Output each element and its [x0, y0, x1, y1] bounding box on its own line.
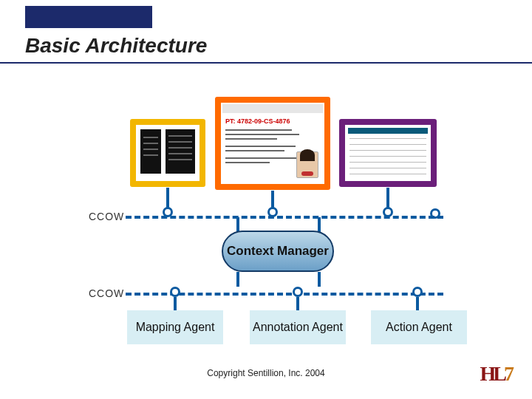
annotation-agent-label: Annotation Agent — [253, 321, 343, 334]
hl7-logo: HL7 — [480, 362, 511, 386]
patient-photo-icon — [296, 151, 318, 178]
ccow-bus-label-bottom: CCOW — [89, 287, 124, 299]
action-agent-node: Action Agent — [371, 310, 467, 344]
connector-ring-icon — [170, 287, 180, 297]
connector-stem — [296, 297, 299, 310]
app-emr-content: PT: 4782-09-CS-4876 — [221, 103, 324, 184]
mapping-agent-label: Mapping Agent — [136, 321, 215, 334]
header-accent-bar — [25, 6, 152, 28]
emr-patient-id: PT: 4782-09-CS-4876 — [225, 117, 290, 125]
copyright-footer: Copyright Sentillion, Inc. 2004 — [0, 368, 532, 378]
connector-stem — [236, 272, 239, 287]
connector-ring-icon — [412, 287, 423, 297]
connector-ring-icon — [293, 287, 303, 297]
app-results-content — [345, 125, 431, 181]
page-title: Basic Architecture — [25, 34, 207, 58]
connector-stem — [236, 217, 239, 232]
connector-stem — [318, 272, 321, 287]
app-panel-emr: PT: 4782-09-CS-4876 — [215, 97, 330, 190]
connector-stem — [174, 297, 177, 310]
context-manager-node: Context Manager — [222, 231, 334, 272]
ccow-bus-top — [126, 216, 443, 219]
action-agent-label: Action Agent — [386, 321, 452, 334]
title-underline — [0, 62, 532, 64]
app-panel-imaging — [130, 119, 205, 187]
ccow-bus-label-top: CCOW — [89, 211, 124, 222]
connector-stem — [318, 217, 321, 232]
mapping-agent-node: Mapping Agent — [127, 310, 223, 344]
annotation-agent-node: Annotation Agent — [250, 310, 346, 344]
context-manager-label: Context Manager — [227, 244, 329, 259]
app-imaging-content — [136, 125, 200, 181]
app-panel-results — [339, 119, 437, 187]
connector-stem — [416, 297, 419, 310]
